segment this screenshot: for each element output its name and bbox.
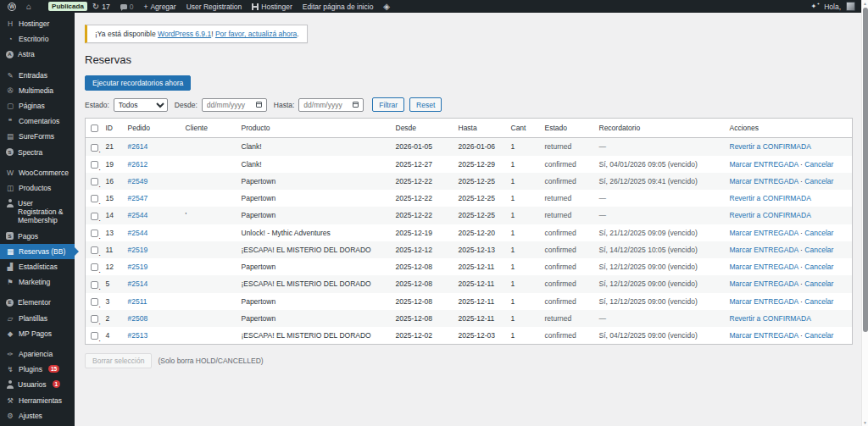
action-link-revertir-a-confirmada[interactable]: Revertir a CONFIRMADA xyxy=(730,211,811,219)
filtrar-button[interactable]: Filtrar xyxy=(372,97,404,112)
user-avatar[interactable] xyxy=(846,2,855,11)
row-checkbox[interactable] xyxy=(91,281,98,289)
action-link-revertir-a-confirmada[interactable]: Revertir a CONFIRMADA xyxy=(730,194,811,202)
order-link[interactable]: #2511 xyxy=(128,297,147,306)
user-registration-menu[interactable]: User Registration xyxy=(181,0,248,13)
action-link-revertir-a-confirmada[interactable]: Revertir a CONFIRMADA xyxy=(730,142,811,151)
page-scrollbar[interactable]: ▲ ▼ xyxy=(861,0,868,426)
sidebar-item-estadisticas[interactable]: ▟Estadísticas xyxy=(0,259,75,274)
row-checkbox[interactable] xyxy=(91,332,98,340)
row-checkbox[interactable] xyxy=(91,144,98,152)
row-checkbox[interactable] xyxy=(91,195,98,202)
ai-sparkle-icon[interactable]: ✦ xyxy=(810,3,819,10)
run-reminders-button[interactable]: Ejecutar recordatorios ahora xyxy=(85,75,191,91)
row-checkbox[interactable] xyxy=(91,178,98,185)
sidebar-item-reservas[interactable]: ▦Reservas (BB) xyxy=(0,244,75,259)
order-link[interactable]: #2544 xyxy=(128,229,148,237)
elementor-finder-button[interactable]: ◈ xyxy=(378,0,395,13)
order-link[interactable]: #2519 xyxy=(128,263,148,271)
sidebar-item-sureforms[interactable]: ▤SureForms xyxy=(0,129,75,144)
delete-selection-button[interactable]: Borrar selección xyxy=(85,353,152,368)
edit-homepage-button[interactable]: Editar página de inicio xyxy=(298,0,379,13)
action-link-marcar-entregada[interactable]: Marcar ENTREGADA xyxy=(730,279,798,288)
sidebar-item-ajustes[interactable]: ⚙Ajustes xyxy=(0,408,75,423)
desde-date-input[interactable] xyxy=(207,101,249,109)
sidebar-item-usuarios[interactable]: Usuarios1 xyxy=(0,377,75,392)
sidebar-item-apariencia[interactable]: ✑Apariencia xyxy=(0,346,75,362)
action-link-revertir-a-confirmada[interactable]: Revertir a CONFIRMADA xyxy=(730,314,811,323)
row-checkbox[interactable] xyxy=(91,246,98,254)
sidebar-item-comentarios[interactable]: ❝Comentarios xyxy=(0,113,75,129)
order-link[interactable]: #2614 xyxy=(128,142,148,151)
scroll-up-arrow-icon[interactable]: ▲ xyxy=(862,1,868,6)
new-content-button[interactable]: + Agregar xyxy=(138,0,181,13)
order-link[interactable]: #2513 xyxy=(128,331,148,340)
hostinger-menu[interactable]: Hostinger xyxy=(247,0,297,13)
sidebar-item-hostinger[interactable]: HHostinger xyxy=(0,16,75,31)
action-link-cancelar[interactable]: Cancelar xyxy=(804,331,833,340)
row-checkbox[interactable] xyxy=(91,263,98,271)
wordpress-menu[interactable]: W xyxy=(3,0,21,13)
hasta-date-input[interactable] xyxy=(303,101,346,109)
sidebar-item-elementor[interactable]: EElementor xyxy=(0,295,75,310)
order-link[interactable]: #2612 xyxy=(128,160,148,169)
order-link[interactable]: #2508 xyxy=(128,314,148,323)
sidebar-item-entradas[interactable]: ✎Entradas xyxy=(0,68,75,83)
sidebar-item-paginas[interactable]: ▢Páginas xyxy=(0,98,75,113)
sidebar-item-woocommerce[interactable]: WWooCommerce xyxy=(0,165,75,180)
action-link-cancelar[interactable]: Cancelar xyxy=(804,297,833,306)
action-link-marcar-entregada[interactable]: Marcar ENTREGADA xyxy=(730,229,798,237)
row-checkbox[interactable] xyxy=(91,298,98,306)
sidebar-item-spectra[interactable]: SSpectra xyxy=(0,145,75,160)
sidebar-item-productos[interactable]: ◫Productos xyxy=(0,180,75,196)
visit-site-button[interactable]: ⌂ xyxy=(21,0,36,13)
updates-button[interactable]: ↻ 17 xyxy=(87,0,115,13)
action-link-marcar-entregada[interactable]: Marcar ENTREGADA xyxy=(730,331,798,340)
wordpress-update-link[interactable]: WordPress 6.9.1 xyxy=(158,30,211,38)
action-link-cancelar[interactable]: Cancelar xyxy=(804,263,833,271)
scrollbar-thumb[interactable] xyxy=(863,8,868,332)
sidebar-item-herramientas[interactable]: ⚒Herramientas xyxy=(0,393,75,408)
scroll-down-arrow-icon[interactable]: ▼ xyxy=(862,420,868,425)
estado-select[interactable]: Todos xyxy=(114,98,168,112)
sidebar-item-marketing[interactable]: ⚑Marketing xyxy=(0,274,75,290)
action-link-cancelar[interactable]: Cancelar xyxy=(804,246,833,254)
order-link[interactable]: #2544 xyxy=(128,211,148,219)
action-link-marcar-entregada[interactable]: Marcar ENTREGADA xyxy=(730,160,798,169)
hasta-datefield[interactable] xyxy=(298,98,364,112)
desde-datefield[interactable] xyxy=(202,98,267,112)
row-checkbox[interactable] xyxy=(91,230,98,237)
order-link[interactable]: #2549 xyxy=(128,177,148,185)
update-now-link[interactable]: Por favor, actualizá ahora xyxy=(215,30,297,38)
order-link[interactable]: #2519 xyxy=(128,246,148,254)
row-checkbox[interactable] xyxy=(91,315,98,323)
sidebar-item-plugins[interactable]: ↯Plugins15 xyxy=(0,362,75,377)
comments-button[interactable]: 0 xyxy=(115,0,139,13)
action-link-marcar-entregada[interactable]: Marcar ENTREGADA xyxy=(730,177,798,185)
order-link[interactable]: #2514 xyxy=(128,279,148,288)
action-link-marcar-entregada[interactable]: Marcar ENTREGADA xyxy=(730,297,798,306)
action-link-cancelar[interactable]: Cancelar xyxy=(804,177,833,185)
sidebar-item-plantillas[interactable]: ▱Plantillas xyxy=(0,311,75,326)
reset-button[interactable]: Reset xyxy=(409,97,442,112)
action-link-cancelar[interactable]: Cancelar xyxy=(804,279,833,288)
sidebar-item-user-registration[interactable]: User Registration & Membership xyxy=(0,196,75,229)
calendar-icon[interactable] xyxy=(256,102,262,108)
howdy-label[interactable]: Hola, xyxy=(824,3,841,11)
sidebar-item-pagos[interactable]: SPagos xyxy=(0,229,75,244)
order-link[interactable]: #2547 xyxy=(128,194,148,202)
select-all-checkbox[interactable] xyxy=(91,124,98,132)
sidebar-item-multimedia[interactable]: ✇Multimedia xyxy=(0,83,75,98)
action-link-marcar-entregada[interactable]: Marcar ENTREGADA xyxy=(730,246,798,254)
calendar-icon[interactable] xyxy=(353,102,359,108)
row-checkbox[interactable] xyxy=(91,213,98,220)
action-link-cancelar[interactable]: Cancelar xyxy=(804,160,833,169)
sidebar-item-escritorio[interactable]: ◔Escritorio xyxy=(0,31,75,47)
action-link-marcar-entregada[interactable]: Marcar ENTREGADA xyxy=(730,263,798,271)
sidebar-item-astra[interactable]: AAstra xyxy=(0,47,75,62)
action-link-cancelar[interactable]: Cancelar xyxy=(804,229,833,237)
row-checkbox[interactable] xyxy=(91,161,98,169)
table-row: 16#2549Papertown2025-12-222025-12-251con… xyxy=(86,173,853,190)
cell-estado: returned xyxy=(540,207,594,224)
sidebar-item-mp-pagos[interactable]: ◆MP Pagos xyxy=(0,326,75,341)
